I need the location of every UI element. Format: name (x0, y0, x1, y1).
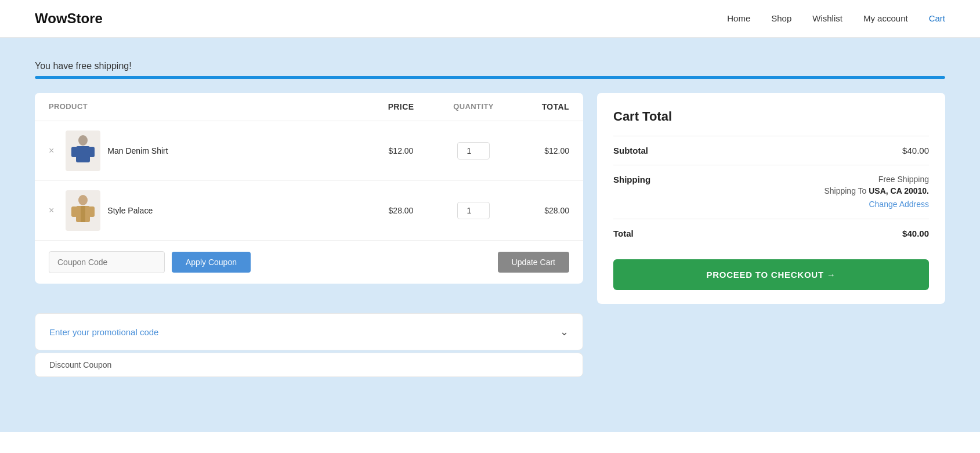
table-row: × Man Denim Shirt $12.00 (35, 121, 583, 181)
remove-item-1-button[interactable]: × (49, 146, 59, 156)
subtotal-row: Subtotal $40.00 (613, 136, 929, 165)
shipping-to-text: Shipping To USA, CA 20010. (824, 186, 929, 195)
product-qty-input-1[interactable] (457, 142, 490, 160)
svg-point-0 (78, 135, 88, 146)
product-price-2: $28.00 (366, 206, 436, 215)
promo-label: Enter your promotional code (49, 327, 158, 337)
main-nav: HomeShopWishlistMy accountCart (727, 13, 945, 24)
svg-rect-7 (89, 206, 95, 217)
col-header-total: Total (511, 102, 569, 111)
shipping-row: Shipping Free Shipping Shipping To USA, … (613, 165, 929, 219)
checkout-button[interactable]: PROCEED TO CHECKOUT → (613, 259, 929, 290)
svg-rect-8 (81, 206, 85, 222)
svg-rect-2 (71, 147, 77, 157)
progress-bar-track (35, 76, 945, 79)
col-header-price: Price (366, 102, 436, 111)
coupon-input[interactable] (49, 251, 165, 273)
product-total-1: $12.00 (511, 146, 569, 155)
content-row: Product Price Quantity Total × (35, 93, 945, 304)
header: WowStore HomeShopWishlistMy accountCart (0, 0, 980, 38)
update-cart-button[interactable]: Update Cart (498, 252, 569, 273)
cart-table-header: Product Price Quantity Total (35, 93, 583, 121)
shipping-details: Free Shipping Shipping To USA, CA 20010.… (824, 175, 929, 209)
product-cell-2: × Style Palace (49, 190, 366, 231)
col-header-quantity: Quantity (436, 102, 511, 111)
product-qty-cell-1 (436, 142, 511, 160)
product-price-1: $12.00 (366, 146, 436, 155)
grand-total-value: $40.00 (902, 229, 929, 238)
shipping-to-prefix: Shipping To (824, 186, 866, 195)
cart-total-section: Cart Total Subtotal $40.00 Shipping Free… (597, 93, 945, 304)
product-cell-1: × Man Denim Shirt (49, 131, 366, 171)
free-shipping-label: Free Shipping (824, 175, 929, 184)
nav-link-shop[interactable]: Shop (771, 13, 791, 23)
apply-coupon-button[interactable]: Apply Coupon (172, 252, 251, 273)
nav-link-my-account[interactable]: My account (863, 13, 908, 23)
subtotal-label: Subtotal (613, 146, 648, 155)
product-name-2: Style Palace (107, 206, 153, 215)
shipping-location: USA, CA 20010. (869, 186, 929, 195)
chevron-down-icon: ⌄ (560, 325, 569, 338)
nav-link-wishlist[interactable]: Wishlist (812, 13, 842, 23)
promo-accordion[interactable]: Enter your promotional code ⌄ (35, 313, 583, 350)
cart-total-title: Cart Total (613, 109, 929, 124)
col-header-product: Product (49, 102, 366, 111)
promo-label-prefix: Enter your (49, 327, 92, 337)
main-content: You have free shipping! Product Price Qu… (0, 38, 980, 432)
progress-bar-fill (35, 76, 945, 79)
logo: WowStore (35, 10, 103, 27)
nav-link-cart[interactable]: Cart (929, 13, 945, 23)
product-total-2: $28.00 (511, 206, 569, 215)
subtotal-value: $40.00 (902, 146, 929, 155)
nav-link-home[interactable]: Home (727, 13, 750, 23)
svg-point-4 (78, 195, 88, 205)
product-name-1: Man Denim Shirt (107, 146, 168, 155)
shipping-label: Shipping (613, 175, 650, 184)
discount-coupon-label: Discount Coupon (35, 353, 583, 377)
grand-total-label: Total (613, 229, 634, 238)
table-row: × Style Palace $28.00 (35, 181, 583, 241)
coupon-row: Apply Coupon Update Cart (35, 241, 583, 284)
cart-section: Product Price Quantity Total × (35, 93, 583, 284)
promo-label-highlight: promotional code (92, 327, 158, 337)
shipping-banner: You have free shipping! (35, 61, 945, 79)
svg-rect-6 (71, 206, 77, 217)
product-qty-input-2[interactable] (457, 202, 490, 219)
svg-rect-1 (76, 146, 90, 162)
product-thumb-1 (66, 131, 100, 171)
svg-rect-3 (89, 147, 95, 157)
remove-item-2-button[interactable]: × (49, 205, 59, 216)
shipping-banner-text: You have free shipping! (35, 61, 945, 71)
product-qty-cell-2 (436, 202, 511, 219)
product-thumb-2 (66, 190, 100, 231)
grand-total-row: Total $40.00 (613, 219, 929, 248)
change-address-link[interactable]: Change Address (869, 200, 929, 209)
promo-section: Enter your promotional code ⌄ Discount C… (35, 313, 583, 377)
